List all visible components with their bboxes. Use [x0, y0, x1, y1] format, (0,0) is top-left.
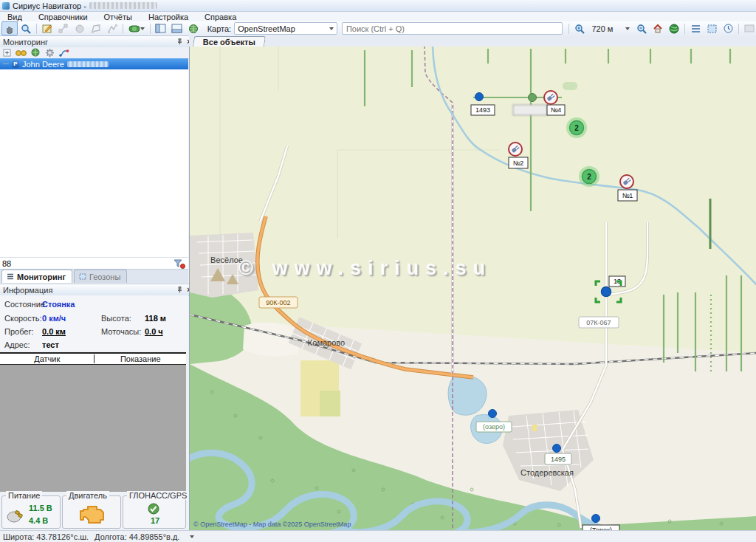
altitude-value: 118 м [145, 314, 166, 323]
tab-monitoring[interactable]: Мониторинг [1, 270, 72, 283]
speed-label: Скорость: [4, 314, 42, 323]
value-col-header: Показание [94, 354, 186, 363]
menu-nastroyka[interactable]: Настройка [148, 13, 188, 21]
geozone-node-button-disabled [55, 21, 72, 35]
longitude-value: Долгота: 44.89855°в.д. [94, 532, 179, 541]
home-view-button[interactable] [650, 21, 666, 35]
grass-patch [563, 82, 577, 90]
tree-filter-row [0, 257, 188, 270]
toolbar-separator [684, 24, 685, 34]
globe-search-icon[interactable] [31, 48, 41, 58]
bottom-panel-button[interactable] [169, 21, 185, 35]
engine-label: Двигатель [66, 491, 109, 500]
vehicle-position-dot [602, 287, 611, 297]
list-icon [7, 273, 14, 280]
geozone-rect-icon [79, 273, 86, 280]
main-toolbar: Карта: OpenStreetMap 720 м [0, 21, 756, 36]
road-label-07k067: 07К-067 [586, 319, 611, 326]
tab-all-objects[interactable]: Все объекты [193, 36, 266, 47]
binoculars-icon[interactable] [16, 49, 27, 57]
place-komarovo: Комарово [308, 338, 345, 347]
toolbar-separator [150, 24, 151, 34]
info-panel: Состояние: Стоянка Скорость: 0 км/ч Высо… [0, 295, 188, 351]
tree-filter-input[interactable] [0, 259, 173, 268]
map-provider-select[interactable]: OpenStreetMap [234, 22, 337, 35]
map-canvas[interactable]: 90К-002 07К-067 Весёлое Комарово Стодере… [189, 47, 756, 530]
map-svg: 90К-002 07К-067 Весёлое Комарово Стодере… [190, 47, 756, 530]
node-edit-icon [58, 24, 69, 34]
toolbar-separator [568, 24, 569, 34]
chevron-down-icon [625, 27, 630, 30]
speed-value: 0 км/ч [42, 314, 66, 323]
pin-icon[interactable] [176, 38, 183, 47]
vehicle-id-blurred [67, 61, 109, 67]
edit-map-icon [42, 24, 52, 34]
pan-tool-button[interactable] [1, 21, 18, 35]
title-bar: Сириус Навигатор - [0, 0, 756, 12]
tree-item-vehicle[interactable]: P John Deere [0, 58, 188, 69]
monitoring-panel-title: Мониторинг [3, 38, 48, 47]
zoom-in-button[interactable] [571, 21, 588, 35]
label-1493: 1493 [475, 106, 490, 114]
panel-icon [744, 24, 755, 32]
sensor-table-header: Датчик Показание [0, 352, 186, 366]
engine-icon [78, 504, 107, 526]
expand-all-icon[interactable] [3, 49, 11, 57]
menu-vid[interactable]: Вид [7, 13, 22, 21]
home-icon [653, 24, 663, 33]
gear-icon[interactable] [45, 48, 55, 58]
panels-layout-button[interactable] [153, 21, 169, 35]
chevron-down-icon [140, 27, 145, 30]
menu-spravochniki[interactable]: Справочники [38, 13, 88, 21]
blue-point-marker [553, 445, 561, 453]
extra-panel-button-disabled [741, 21, 756, 35]
hours-value[interactable]: 0.0 ч [145, 327, 163, 336]
disconnected-marker-n4 [544, 91, 557, 104]
vehicle-icon [128, 24, 140, 33]
app-icon [2, 2, 10, 10]
sensor-table-body [0, 365, 186, 492]
route-icon[interactable] [59, 49, 69, 58]
latitude-value: Широта: 43.78126°с.ш. [3, 532, 89, 541]
zoom-out-button[interactable] [633, 21, 650, 35]
menu-otchety[interactable]: Отчёты [104, 13, 132, 21]
vehicle-marker-icon: P [12, 61, 19, 68]
polyline-shape-icon [107, 24, 117, 34]
map-settings-button[interactable] [185, 21, 202, 35]
zoom-tool-button[interactable] [18, 21, 34, 35]
chevron-down-icon[interactable] [190, 535, 194, 538]
map-attribution: © OpenStreetMap - Map data ©2025 OpenStr… [193, 521, 351, 528]
zoom-in-icon [574, 24, 585, 34]
tab-geozones[interactable]: Геозоны [74, 270, 127, 283]
map-select-label: Карта: [207, 24, 232, 33]
pin-icon[interactable] [176, 286, 183, 295]
mileage-value[interactable]: 0.0 км [42, 327, 66, 336]
horizontal-panel-icon [171, 24, 182, 33]
globe-view-button[interactable] [666, 21, 682, 35]
vehicle-menu-button[interactable] [126, 21, 148, 35]
selection-rect-icon [707, 24, 717, 33]
cluster-count: 2 [587, 173, 591, 181]
history-time-button[interactable] [720, 21, 736, 35]
edit-map-button[interactable] [39, 21, 55, 35]
menu-spravka[interactable]: Справка [205, 13, 236, 21]
vehicle-name: John Deere [22, 60, 64, 69]
info-panel-title: Информация [3, 286, 52, 295]
cluster-marker-2: 2 [579, 166, 599, 187]
geozone-polygon-button-disabled [88, 21, 104, 35]
label-1495: 1495 [551, 456, 566, 463]
window-title: Сириус Навигатор - [13, 1, 86, 10]
search-input[interactable] [342, 22, 563, 35]
power-label: Питание [6, 491, 42, 500]
altitude-label: Высота: [101, 314, 131, 323]
chevron-down-icon [329, 27, 334, 30]
sidebar-tabs: Мониторинг Геозоны [0, 269, 188, 283]
road-label-90k002: 90К-002 [266, 299, 290, 306]
zoom-level-select[interactable]: 720 м [588, 22, 633, 35]
monitoring-toolbar [0, 47, 194, 59]
filter-funnel-icon[interactable] [173, 259, 185, 269]
object-list-button[interactable] [687, 21, 704, 35]
map-provider-value: OpenStreetMap [238, 24, 295, 33]
select-area-button[interactable] [704, 21, 720, 35]
watermark: © www.sirius.su [238, 257, 492, 280]
